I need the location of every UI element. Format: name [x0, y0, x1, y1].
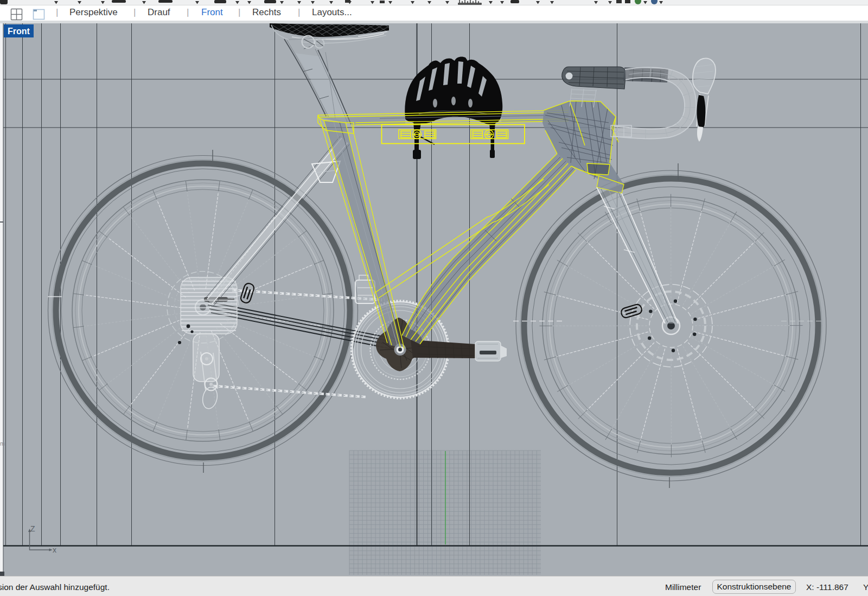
svg-text:Z: Z	[30, 524, 35, 533]
svg-text:m: m	[0, 440, 5, 447]
svg-text:x: x	[53, 546, 56, 554]
svg-text:Front: Front	[8, 27, 30, 36]
